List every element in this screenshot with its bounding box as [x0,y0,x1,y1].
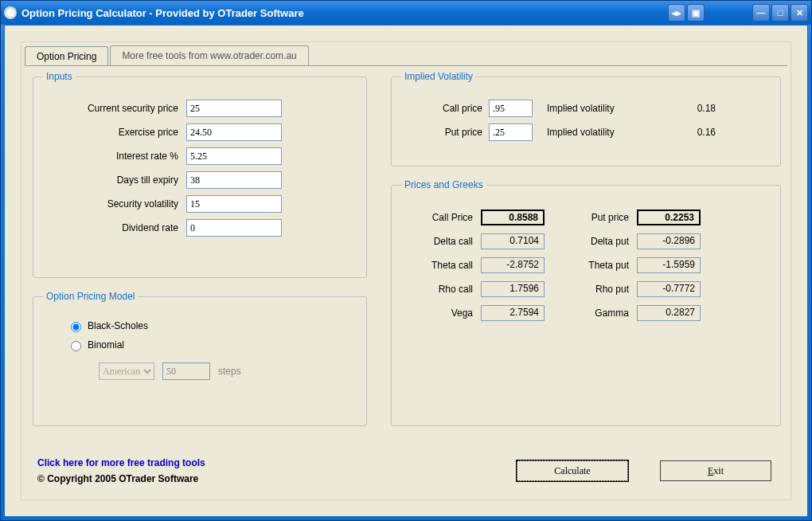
client-area: Option Pricing More free tools from www.… [4,25,808,517]
input-interest-rate[interactable] [186,147,282,165]
label-exercise-price: Exercise price [43,127,186,138]
label-put-price-iv: Put price [401,127,489,138]
greek-label-left: Call Price [401,212,481,223]
tab-strip: Option Pricing More free tools from www.… [21,42,791,65]
close-button[interactable]: ✕ [791,4,808,22]
greek-label-right: Rho put [557,284,637,295]
input-call-price-iv[interactable] [489,100,533,117]
inputs-legend: Inputs [43,71,76,82]
input-steps [162,362,210,380]
select-binomial-type: American [99,362,154,380]
tab-option-pricing[interactable]: Option Pricing [25,46,108,66]
greek-label-right: Theta put [557,260,637,271]
iv-legend: Implied Volatility [401,71,476,82]
greek-label-left: Delta call [401,236,481,247]
inputs-group: Inputs Current security price Exercise p… [33,71,367,278]
link-more-tools[interactable]: Click here for more free trading tools [37,457,205,468]
label-put-iv-result: Implied volatility [533,127,668,138]
label-call-price-iv: Call price [401,103,489,114]
greek-label-right: Gamma [557,308,637,319]
greek-value-left: 0.7104 [481,233,545,249]
greek-label-left: Rho call [401,284,481,295]
value-call-iv: 0.18 [668,103,716,114]
tab-more-tools[interactable]: More free tools from www.otrader.com.au [110,45,308,65]
model-legend: Option Pricing Model [43,291,138,302]
greek-label-left: Vega [401,308,481,319]
greeks-group: Prices and Greeks Call Price0.8588Put pr… [391,179,781,426]
greek-value-left: 0.8588 [481,210,545,225]
label-interest-rate: Interest rate % [43,151,186,162]
radio-binomial[interactable] [71,341,81,351]
copyright-text: © Copyright 2005 OTrader Software [37,473,205,484]
model-group: Option Pricing Model Black-Scholes Binom… [33,291,367,426]
input-dividend[interactable] [186,219,282,237]
value-put-iv: 0.16 [668,127,716,138]
greek-row: Call Price0.8588Put price0.2253 [401,210,771,225]
input-put-price-iv[interactable] [489,123,533,141]
iv-group: Implied Volatility Call price Implied vo… [391,71,781,166]
maximize-button[interactable]: □ [771,4,789,22]
app-window: Option Pricing Calculator - Provided by … [0,0,812,521]
greek-value-left: 1.7596 [481,281,545,297]
titlebar-extra-button-1[interactable]: ◂▸ [668,4,685,22]
greek-value-left: -2.8752 [481,257,545,273]
input-exercise-price[interactable] [186,123,282,141]
radio-black-scholes[interactable] [71,322,81,332]
greek-label-right: Put price [557,212,637,223]
greek-value-right: -0.2896 [637,233,701,249]
exit-button[interactable]: Exit [660,460,771,481]
greek-value-right: 0.2253 [637,210,701,225]
greek-row: Theta call-2.8752Theta put-1.5959 [401,257,771,273]
titlebar-extra-button-2[interactable]: ▣ [687,4,705,22]
window-title: Option Pricing Calculator - Provided by … [21,7,668,19]
label-current-price: Current security price [43,103,186,114]
greek-value-right: 0.2827 [637,305,701,321]
main-panel: Option Pricing More free tools from www.… [21,41,791,500]
label-steps: steps [218,366,241,377]
input-current-price[interactable] [186,100,282,117]
minimize-button[interactable]: — [752,4,770,22]
label-binomial: Binomial [88,339,124,351]
input-days-expiry[interactable] [186,171,282,189]
tab-content: Inputs Current security price Exercise p… [25,65,787,496]
app-icon [4,6,17,19]
label-volatility: Security volatility [43,198,186,210]
calculate-button[interactable]: Calculate [517,460,628,481]
titlebar: Option Pricing Calculator - Provided by … [1,1,811,25]
greek-value-right: -1.5959 [637,257,701,273]
greek-row: Rho call1.7596Rho put-0.7772 [401,281,771,297]
greek-label-left: Theta call [401,260,481,271]
label-days-expiry: Days till expiry [43,174,186,186]
label-black-scholes: Black-Scholes [88,320,148,331]
greek-label-right: Delta put [557,236,637,247]
greek-value-left: 2.7594 [481,305,545,321]
greek-row: Delta call0.7104Delta put-0.2896 [401,233,771,249]
greek-row: Vega2.7594Gamma0.2827 [401,305,771,321]
greek-value-right: -0.7772 [637,281,701,297]
label-dividend: Dividend rate [43,222,186,233]
label-call-iv-result: Implied volatility [533,103,668,114]
input-volatility[interactable] [186,195,282,213]
greeks-legend: Prices and Greeks [401,179,486,190]
